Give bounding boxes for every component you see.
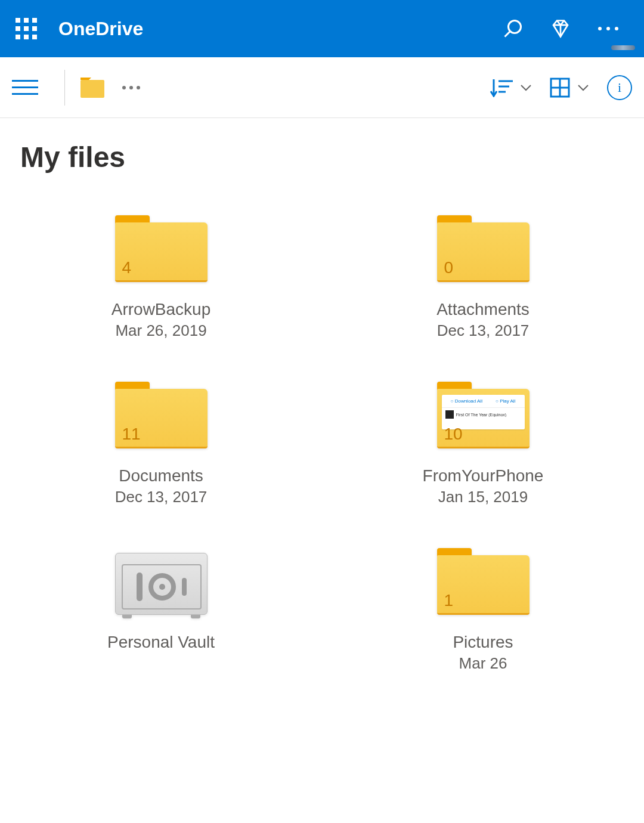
folder-item-documents[interactable]: 11 Documents Dec 13, 2017 bbox=[0, 364, 322, 530]
folder-item-vault[interactable]: Personal Vault bbox=[0, 530, 322, 697]
item-date: Mar 26 bbox=[459, 654, 507, 673]
svg-point-0 bbox=[509, 21, 521, 33]
svg-line-1 bbox=[505, 32, 510, 37]
new-folder-button[interactable] bbox=[76, 71, 109, 104]
info-icon: i bbox=[618, 80, 621, 95]
premium-button[interactable] bbox=[537, 0, 584, 57]
page-title: My files bbox=[0, 118, 644, 191]
menu-button[interactable] bbox=[12, 73, 42, 103]
item-date: Dec 13, 2017 bbox=[115, 488, 208, 506]
grid-view-icon bbox=[550, 78, 570, 98]
diamond-icon bbox=[550, 18, 571, 39]
sort-icon bbox=[490, 78, 513, 97]
view-button[interactable] bbox=[550, 78, 589, 98]
ellipsis-icon bbox=[122, 86, 140, 89]
folder-icon: Download All Play All First Of The Year … bbox=[437, 382, 530, 448]
toolbar: i bbox=[0, 57, 644, 118]
toolbar-more-button[interactable] bbox=[109, 71, 143, 104]
folder-count: 11 bbox=[122, 425, 141, 444]
chevron-down-icon bbox=[520, 84, 532, 91]
item-date: Jan 15, 2019 bbox=[438, 488, 528, 506]
app-header: OneDrive bbox=[0, 0, 644, 57]
folder-icon: 4 bbox=[115, 215, 208, 282]
search-icon bbox=[502, 18, 524, 39]
item-name: Personal Vault bbox=[107, 633, 215, 652]
item-date: Mar 26, 2019 bbox=[115, 321, 206, 340]
item-date: Dec 13, 2017 bbox=[437, 321, 530, 340]
sort-button[interactable] bbox=[490, 78, 532, 97]
folder-item-fromyourphone[interactable]: Download All Play All First Of The Year … bbox=[322, 364, 644, 530]
search-button[interactable] bbox=[489, 0, 537, 57]
folder-count: 0 bbox=[444, 258, 454, 277]
item-name: Attachments bbox=[436, 300, 530, 319]
ellipsis-icon bbox=[598, 27, 618, 30]
folder-item-pictures[interactable]: 1 Pictures Mar 26 bbox=[322, 530, 644, 697]
toolbar-divider bbox=[64, 70, 65, 106]
chevron-down-icon bbox=[577, 84, 589, 91]
vault-icon bbox=[115, 548, 208, 615]
app-title: OneDrive bbox=[58, 18, 143, 40]
file-grid: 4 ArrowBackup Mar 26, 2019 0 Attachments… bbox=[0, 191, 644, 703]
folder-icon: 11 bbox=[115, 382, 208, 448]
item-name: ArrowBackup bbox=[112, 300, 211, 319]
svg-rect-2 bbox=[80, 80, 104, 98]
folder-item-attachments[interactable]: 0 Attachments Dec 13, 2017 bbox=[322, 197, 644, 364]
folder-icon: 1 bbox=[437, 548, 530, 615]
account-avatar[interactable] bbox=[611, 45, 635, 50]
info-button[interactable]: i bbox=[607, 75, 632, 100]
item-name: Documents bbox=[119, 466, 203, 485]
folder-count: 4 bbox=[122, 258, 132, 277]
folder-icon: 0 bbox=[437, 215, 530, 282]
waffle-icon bbox=[16, 18, 37, 39]
folder-icon bbox=[80, 78, 104, 98]
app-launcher-button[interactable] bbox=[12, 14, 41, 43]
folder-item-arrowbackup[interactable]: 4 ArrowBackup Mar 26, 2019 bbox=[0, 197, 322, 364]
folder-count: 10 bbox=[444, 425, 463, 444]
item-name: FromYourPhone bbox=[423, 466, 544, 485]
folder-count: 1 bbox=[444, 591, 454, 610]
item-name: Pictures bbox=[453, 633, 513, 652]
